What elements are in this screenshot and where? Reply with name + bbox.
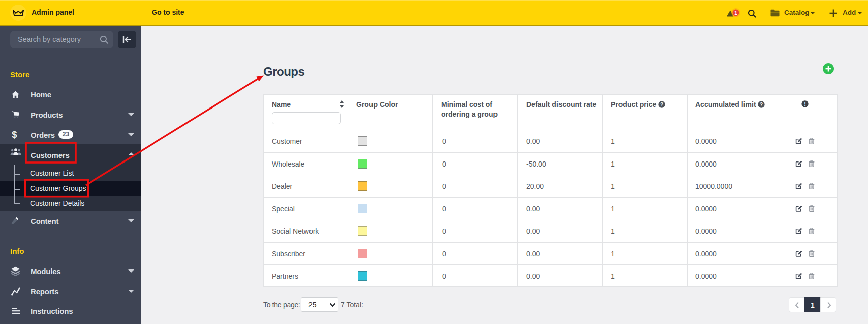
svg-text:!: ! (804, 101, 806, 107)
svg-text:?: ? (660, 102, 663, 107)
svg-text:?: ? (760, 102, 763, 107)
svg-text:1: 1 (734, 10, 737, 16)
